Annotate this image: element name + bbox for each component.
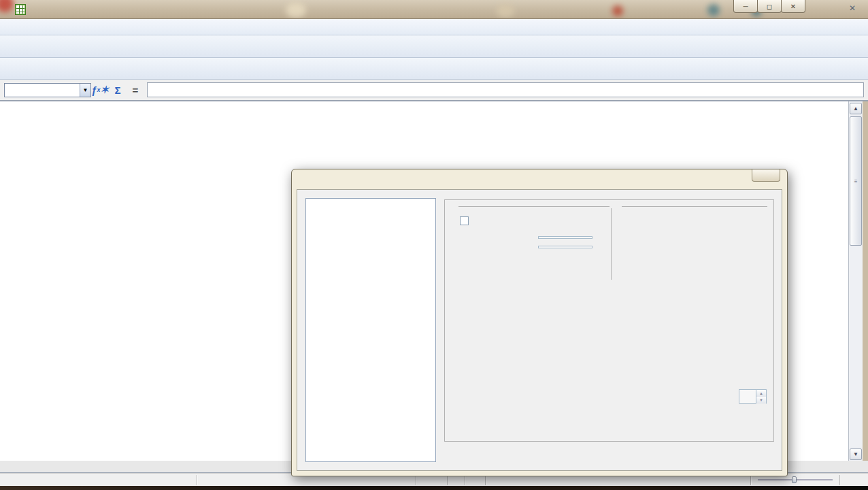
vertical-scrollbar[interactable]: ▲ ≡ ▼ [848,101,863,461]
decimal-places-row: ▲▼ [732,389,767,404]
options-dialog: ▲▼ [291,169,788,476]
desktop-blob [497,4,514,18]
spin-down-icon[interactable]: ▼ [756,397,766,404]
scroll-down-icon[interactable]: ▼ [850,448,862,460]
berechnen-panel: ▲▼ [444,199,774,442]
checkbox-icon[interactable] [460,216,469,225]
name-box[interactable]: ▼ [4,83,91,97]
spin-up-icon[interactable]: ▲ [756,390,766,397]
iterations-checkbox[interactable] [460,216,610,225]
desktop-blob [707,4,720,16]
maximize-button[interactable]: ◻ [757,0,782,13]
menu-bar [0,19,868,35]
equals-icon[interactable]: = [127,82,144,98]
date-group [616,206,767,207]
desktop-background [0,486,868,490]
group-divider [611,208,612,280]
formula-input[interactable] [147,82,864,97]
document-close-icon[interactable]: ✕ [846,3,858,14]
close-button[interactable]: ✕ [781,0,805,13]
desktop-blob [0,0,14,12]
function-wizard-icon[interactable]: ƒx✶ [91,82,109,98]
dialog-close-button[interactable] [752,169,780,182]
zoom-thumb[interactable] [792,476,797,483]
options-tree [305,198,436,462]
dialog-title-bar[interactable] [292,169,787,190]
dialog-body: ▲▼ [297,189,782,471]
minimize-button[interactable]: ─ [733,0,758,13]
scroll-up-icon[interactable]: ▲ [850,103,862,114]
app-icon [15,4,26,15]
decimal-places-spinner[interactable]: ▲▼ [739,389,767,404]
min-change-input[interactable] [538,246,592,248]
steps-input[interactable] [538,236,592,239]
sum-icon[interactable]: Σ [109,82,127,98]
scrollbar-thumb[interactable]: ≡ [850,116,862,246]
title-bar[interactable]: ─ ◻ ✕ [0,0,868,19]
desktop-blob [286,3,306,18]
formatting-toolbar [0,58,868,80]
desktop-blob [612,5,623,16]
namebox-dropdown-icon[interactable]: ▼ [80,84,90,97]
zoom-level[interactable] [839,475,868,485]
calc-window: ─ ◻ ✕ ✕ ▼ ƒx✶ Σ = ▲ ≡ ▼ [0,0,868,490]
formula-bar: ▼ ƒx✶ Σ = [0,80,868,101]
sheet-info [0,475,197,485]
standard-toolbar [0,35,868,58]
zoom-track[interactable] [758,479,833,480]
desktop-edge [863,101,868,461]
circular-references-group [453,206,610,207]
